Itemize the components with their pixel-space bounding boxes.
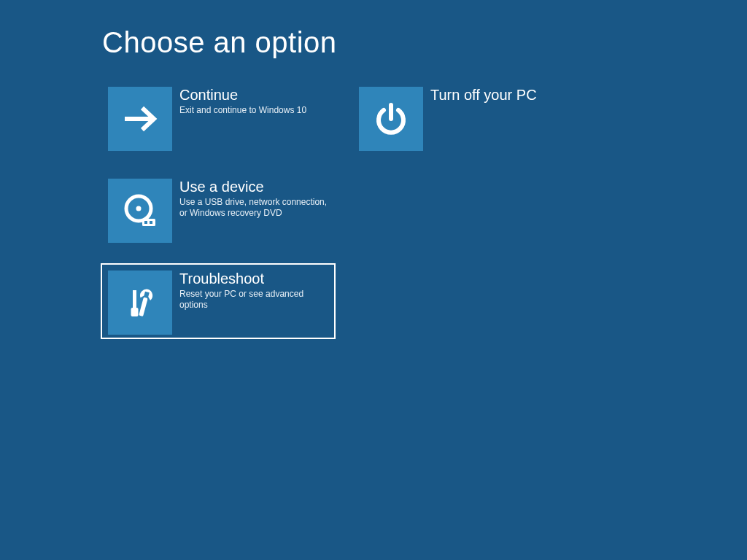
option-desc: Use a USB drive, network connection, or … (179, 197, 328, 219)
option-text: Continue Exit and continue to Windows 10 (179, 87, 306, 116)
svg-rect-4 (150, 221, 152, 224)
options-column-2: Turn off your PC (352, 79, 587, 339)
svg-rect-5 (133, 290, 136, 308)
option-continue[interactable]: Continue Exit and continue to Windows 10 (101, 79, 336, 155)
winre-choose-option-screen: Choose an option Continue Exit and conti… (0, 0, 747, 560)
power-icon (359, 87, 423, 151)
option-troubleshoot[interactable]: Troubleshoot Reset your PC or see advanc… (101, 263, 336, 339)
svg-rect-6 (131, 308, 139, 316)
option-text: Turn off your PC (430, 87, 537, 105)
option-title: Turn off your PC (430, 87, 537, 104)
arrow-right-icon (108, 87, 172, 151)
option-title: Continue (179, 87, 306, 104)
tools-icon (108, 271, 172, 335)
page-title: Choose an option (102, 26, 747, 59)
option-desc: Reset your PC or see advanced options (179, 289, 328, 311)
option-title: Use a device (179, 179, 328, 195)
svg-rect-3 (144, 221, 147, 224)
option-use-a-device[interactable]: Use a device Use a USB drive, network co… (101, 171, 336, 247)
svg-point-1 (136, 206, 142, 211)
options-grid: Continue Exit and continue to Windows 10 (101, 79, 747, 339)
options-column-1: Continue Exit and continue to Windows 10 (101, 79, 336, 339)
option-turn-off-pc[interactable]: Turn off your PC (352, 79, 587, 155)
svg-rect-2 (142, 219, 155, 226)
svg-rect-7 (139, 297, 148, 316)
option-text: Troubleshoot Reset your PC or see advanc… (179, 271, 328, 311)
disc-usb-icon (108, 179, 172, 243)
option-text: Use a device Use a USB drive, network co… (179, 179, 328, 219)
option-title: Troubleshoot (179, 271, 328, 287)
option-desc: Exit and continue to Windows 10 (179, 105, 306, 116)
